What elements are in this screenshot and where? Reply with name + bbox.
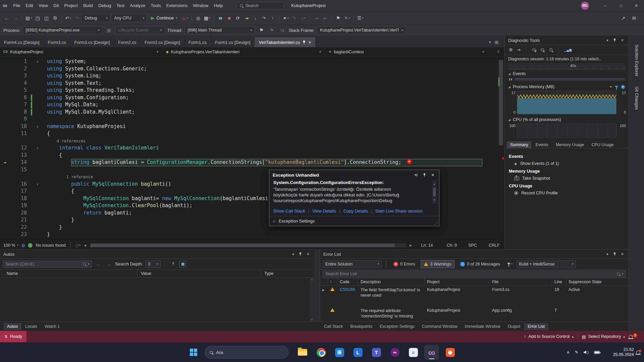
side-tab-solution-explorer[interactable]: Solution Explorer <box>634 45 639 76</box>
outdent-icon[interactable]: ⇤ <box>321 14 329 22</box>
code-line[interactable]: 5using System.Threading.Tasks; <box>0 87 497 94</box>
fold-marker[interactable] <box>34 101 42 109</box>
step-into-icon[interactable]: ↓ <box>251 14 259 22</box>
error-row[interactable]: The required attribute 'connectionString… <box>320 306 629 321</box>
continue-button[interactable]: ▶Continue▾ <box>148 14 180 22</box>
breakpoint-margin[interactable] <box>0 87 10 94</box>
search-forward-icon[interactable]: → <box>105 260 113 268</box>
column-code[interactable]: Code <box>337 278 358 285</box>
resize-grip[interactable]: ⋰ <box>434 222 438 226</box>
editor-vertical-scrollbar[interactable] <box>497 57 504 241</box>
code-text[interactable]: } <box>42 224 62 231</box>
tab-command-window[interactable]: Command Window <box>418 323 461 330</box>
tab-autos[interactable]: Autos <box>3 323 21 330</box>
menu-tools[interactable]: Tools <box>148 0 163 11</box>
app-l-icon[interactable]: L <box>351 345 365 360</box>
document-tab[interactable]: Form4.cs [Design] <box>0 37 44 47</box>
autos-search-input[interactable]: Search (Ctrl+E) ▾ <box>3 260 92 268</box>
code-text[interactable]: using System.Configuration; <box>42 94 129 102</box>
fold-marker[interactable] <box>34 209 42 217</box>
popup-scrollbar[interactable]: ▲▼ <box>432 180 436 203</box>
memory-section-header[interactable]: ◢ Process Memory (MB) ▼ P <box>505 83 629 91</box>
code-text[interactable] <box>42 116 62 123</box>
fold-marker[interactable] <box>34 217 42 224</box>
menu-edit[interactable]: Edit <box>23 0 36 11</box>
breakpoint-margin[interactable] <box>0 209 10 217</box>
bookmark-next-icon[interactable]: ⚑▾ <box>343 14 351 22</box>
menu-analyze[interactable]: Analyze <box>127 0 148 11</box>
nav-back-icon[interactable]: ← <box>3 14 11 22</box>
taskbar-search-box[interactable]: Ara <box>205 346 288 359</box>
fold-marker[interactable] <box>34 173 42 181</box>
menu-build[interactable]: Build <box>80 0 96 11</box>
document-tab[interactable]: Form2.cs [Design] <box>141 37 184 47</box>
menu-file[interactable]: File <box>11 0 23 11</box>
thread-dropdown[interactable]: [996] Main Thread▾ <box>184 26 255 34</box>
filter-icon[interactable] <box>615 86 618 88</box>
breakpoint-margin[interactable] <box>0 195 10 202</box>
breakpoint-margin[interactable] <box>0 123 10 130</box>
open-file-icon[interactable]: ◳ <box>34 14 42 22</box>
menu-git[interactable]: Git <box>51 0 62 11</box>
platform-dropdown[interactable]: Any CPU▾ <box>111 14 147 22</box>
breakpoint-margin[interactable] <box>0 231 10 238</box>
code-cleanup-icon[interactable]: ✦▾ <box>282 14 290 22</box>
fold-marker[interactable] <box>34 130 42 137</box>
chart-icon[interactable]: ▁▄▆ <box>564 48 572 52</box>
code-line[interactable]: 23} <box>0 231 497 238</box>
issues-label[interactable]: No issues found <box>36 243 66 248</box>
menu-help[interactable]: Help <box>211 0 225 11</box>
code-text[interactable]: using System.Text; <box>42 80 102 87</box>
fold-marker[interactable] <box>34 224 42 231</box>
code-line[interactable]: 8using MySql.Data.MySqlClient; <box>0 109 497 116</box>
fold-marker[interactable] <box>34 116 42 123</box>
format-view-icon[interactable]: ▦ <box>179 261 186 267</box>
stop-debugging-icon[interactable]: ■ <box>225 14 233 22</box>
fold-marker[interactable] <box>34 109 42 116</box>
code-text[interactable]: { <box>42 130 62 137</box>
code-line[interactable]: →14 string baglantiCumlesi = Configurati… <box>0 159 497 166</box>
breakpoint-margin[interactable] <box>0 58 10 65</box>
code-text[interactable]: MySqlConnection baglanti= new MySqlConne… <box>42 195 274 202</box>
breakpoint-margin[interactable] <box>0 72 10 80</box>
save-all-icon[interactable]: ⧉ <box>51 14 59 22</box>
code-text[interactable]: using System.Linq; <box>42 72 102 80</box>
flag-icon[interactable]: ⚑ <box>257 26 265 35</box>
column-indicator[interactable]: Ch: 9 <box>442 243 462 248</box>
column-type[interactable]: Type <box>261 269 314 277</box>
search-back-icon[interactable]: ← <box>94 260 102 268</box>
rename-icon[interactable]: ✎ <box>290 14 299 22</box>
account-avatar[interactable]: BG <box>581 2 589 10</box>
process-dropdown[interactable]: [9392] KutuphaneProjesi.exe▾ <box>23 26 103 34</box>
chevron-down-icon[interactable]: ▾ <box>291 252 296 256</box>
events-section-header[interactable]: ◢ Events <box>505 70 629 78</box>
global-search-box[interactable]: Search <box>237 2 284 9</box>
break-all-icon[interactable]: ▮▮ <box>216 14 224 22</box>
code-line[interactable]: 3using System.Linq; <box>0 72 497 80</box>
tab-output[interactable]: Output <box>504 323 524 330</box>
code-text[interactable]: public MySqlConnection baglanti() <box>42 181 171 188</box>
breakpoint-margin[interactable] <box>0 101 10 109</box>
tab-locals[interactable]: Locals <box>21 323 41 330</box>
chrome-icon[interactable] <box>314 345 328 360</box>
column-line[interactable]: Line <box>552 278 566 285</box>
zoom-dropdown[interactable]: 100 %▾ <box>3 243 18 248</box>
warnings-filter-button[interactable]: 3 Warnings <box>421 260 454 268</box>
pin-icon[interactable] <box>612 252 618 256</box>
breakpoint-margin[interactable] <box>0 65 10 73</box>
minimize-button[interactable]: ─ <box>598 0 613 11</box>
close-icon[interactable]: ✕ <box>620 38 625 43</box>
code-line[interactable]: 11{ <box>0 130 497 137</box>
column-project[interactable]: Project <box>425 278 490 285</box>
zoom-in-icon[interactable]: + <box>532 47 537 52</box>
new-file-icon[interactable]: ▤▾ <box>24 14 33 22</box>
paint-icon[interactable]: ◉ <box>443 345 458 360</box>
lifecycle-events-dropdown[interactable]: Lifecycle Events▾ <box>115 26 165 34</box>
breakpoint-margin[interactable] <box>0 94 10 102</box>
breakpoint-margin[interactable] <box>0 152 10 159</box>
horizontal-scrollbar[interactable] <box>90 243 406 247</box>
chevron-down-icon[interactable]: ▾ <box>605 38 610 43</box>
column-name[interactable]: Name <box>0 269 138 277</box>
indent-icon[interactable]: ⇥ <box>312 14 320 22</box>
fold-marker[interactable] <box>34 72 42 80</box>
